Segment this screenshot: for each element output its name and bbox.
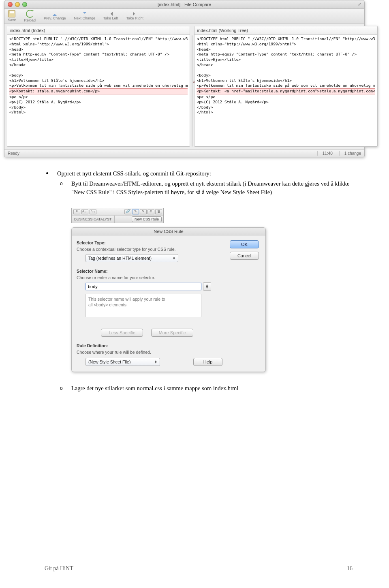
- cursor-position: 11:40: [317, 151, 333, 156]
- fullscreen-icon[interactable]: ⤢: [357, 2, 362, 7]
- page-number: 16: [347, 565, 353, 572]
- status-text: Ready: [8, 151, 19, 156]
- rule-definition-label: Rule Definition:: [77, 343, 222, 348]
- new-css-rule-icon[interactable]: ✎: [132, 209, 139, 214]
- bullet-level2: o Bytt til Dreamweaver/HTML-editoren, og…: [45, 180, 353, 197]
- next-change-button[interactable]: Next Change: [74, 12, 95, 20]
- change-count: 1 change: [339, 151, 361, 156]
- selector-hint: This selector name will apply your rule …: [85, 294, 201, 317]
- help-button[interactable]: Help: [193, 358, 222, 366]
- bullet-icon: o: [60, 384, 71, 393]
- left-pane-header: index.html (Index): [7, 26, 190, 35]
- chevron-updown-icon: ▲▼: [173, 257, 175, 260]
- palette-az-icon[interactable]: Aᴢ↓: [81, 209, 88, 214]
- take-left-button[interactable]: Take Left: [103, 12, 118, 20]
- css-styles-palette: ≡ Aᴢ↓ *₊₊ 🔗 ✎ ✎ ⊘ 🗑 BUSINESS CATALYST Ne…: [71, 208, 164, 223]
- left-diff-line: <p>Kontakt: stale.a.nygard@hint.com</p>: [9, 88, 188, 94]
- file-compare-window: [index.html] - File Compare ⤢ Save Reloa…: [4, 0, 365, 157]
- bullet-level2: o Lagre det nye stilarket som normal.css…: [45, 384, 353, 393]
- prev-change-button[interactable]: Prev. Change: [44, 12, 66, 20]
- left-code[interactable]: <!DOCTYPE html PUBLIC "-//W3C//DTD XHTML…: [7, 35, 190, 146]
- bullet-level1: • Opprett et nytt eksternt CSS-stilark, …: [45, 169, 353, 178]
- new-css-rule-dialog: New CSS Rule Selector Type: Choose a con…: [71, 227, 266, 372]
- palette-sort-icon[interactable]: ≡: [73, 209, 80, 214]
- more-specific-button[interactable]: More Specific: [151, 329, 193, 337]
- status-bar: Ready 11:40 1 change: [4, 149, 364, 157]
- left-pane: index.html (Index) <!DOCTYPE html PUBLIC…: [7, 26, 190, 147]
- palette-tab[interactable]: BUSINESS CATALYST: [72, 216, 115, 223]
- right-pane: index.html (Working Tree) <!DOCTYPE html…: [194, 26, 377, 147]
- selector-type-desc: Choose a contextual selector type for yo…: [77, 247, 222, 252]
- center-gutter: »: [192, 26, 192, 147]
- window-titlebar: [index.html] - File Compare ⤢: [4, 0, 364, 9]
- ok-button[interactable]: OK: [230, 240, 259, 248]
- selector-name-input[interactable]: [85, 283, 201, 290]
- bullet-icon: •: [45, 169, 57, 178]
- palette-cascade-icon[interactable]: *₊₊: [90, 209, 96, 214]
- new-css-rule-tooltip: New CSS Rule: [132, 216, 162, 222]
- selector-name-label: Selector Name:: [77, 269, 222, 274]
- chevron-updown-icon: ▲▼: [154, 360, 157, 363]
- page-footer: Git på HiNT 16: [45, 565, 353, 572]
- disable-rule-icon[interactable]: ⊘: [147, 209, 154, 214]
- take-right-button[interactable]: Take Right: [126, 12, 144, 20]
- right-diff-line: <p>Kontakt: <a href="mailto:stale.a.nyga…: [197, 88, 375, 94]
- right-code[interactable]: <!DOCTYPE html PUBLIC "-//W3C//DTD XHTML…: [194, 35, 377, 146]
- selector-type-dropdown[interactable]: Tag (redefines an HTML element) ▲▼: [85, 254, 178, 262]
- rule-definition-desc: Choose where your rule will be defined.: [77, 350, 222, 355]
- cancel-button[interactable]: Cancel: [230, 252, 259, 260]
- dialog-title: New CSS Rule: [72, 228, 265, 235]
- save-button[interactable]: Save: [8, 10, 16, 22]
- right-pane-header: index.html (Working Tree): [194, 26, 377, 35]
- selector-name-desc: Choose or enter a name for your selector…: [77, 275, 222, 280]
- selector-type-label: Selector Type:: [77, 240, 222, 245]
- edit-rule-icon[interactable]: ✎: [140, 209, 147, 214]
- window-title: [index.html] - File Compare: [4, 2, 364, 7]
- less-specific-button[interactable]: Less Specific: [101, 329, 143, 337]
- reload-button[interactable]: Reload: [24, 10, 36, 22]
- delete-rule-icon[interactable]: 🗑: [155, 209, 162, 214]
- rule-definition-dropdown[interactable]: (New Style Sheet File) ▲▼: [85, 358, 160, 366]
- footer-left: Git på HiNT: [45, 565, 73, 572]
- bullet-icon: o: [60, 180, 71, 197]
- toolbar: Save Reload Prev. Change Next Change Tak…: [4, 9, 364, 24]
- selector-stepper-icon[interactable]: ▲▼: [203, 282, 211, 291]
- attach-stylesheet-icon[interactable]: 🔗: [124, 209, 131, 214]
